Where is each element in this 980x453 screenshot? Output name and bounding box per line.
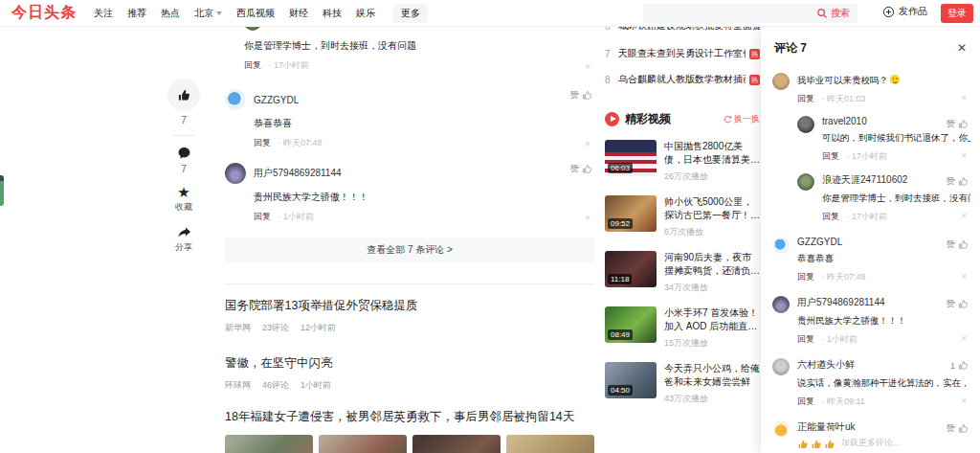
hot-title[interactable]: 天眼查未查到吴勇设计工作室信息 (618, 47, 746, 60)
dismiss-comment-icon[interactable]: × (961, 150, 967, 161)
comment-item[interactable]: 用户5794869281144 赞 贵州民族大学之骄傲！！！ 回复 · 1小时前… (225, 163, 594, 223)
nav-item-finance[interactable]: 财经 (289, 7, 308, 20)
reply-button[interactable]: 回复 (254, 138, 271, 147)
favorite-button[interactable]: ★ (163, 186, 205, 199)
article-photo[interactable] (319, 435, 407, 453)
article-photo[interactable] (506, 435, 594, 453)
nav-item-follow[interactable]: 关注 (94, 7, 113, 20)
like-comment-button[interactable]: 赞 (947, 298, 969, 310)
video-thumbnail[interactable]: 09:52 (605, 195, 657, 232)
comment-username[interactable]: 正能量荷叶uk (797, 420, 970, 434)
avatar[interactable] (772, 296, 790, 313)
nav-item-more[interactable]: 更多 (393, 4, 428, 23)
reply-button[interactable]: 回复 (244, 60, 261, 70)
nav-item-tech[interactable]: 科技 (323, 7, 342, 20)
article-title[interactable]: 国务院部署13项举措促外贸保稳提质 (225, 298, 594, 314)
video-item[interactable]: 04:50 今天弄只小公鸡，给俺爸和未来女婿尝尝鲜 43万次播放 (605, 362, 760, 405)
article-item[interactable]: 警徽，在坚守中闪亮 环球网 46评论 1小时前 (225, 355, 594, 392)
video-thumbnail[interactable]: 06:03 (605, 140, 657, 176)
refresh-videos-button[interactable]: 换一换 (723, 113, 760, 125)
nav-item-city[interactable]: 北京 (194, 7, 222, 20)
video-title[interactable]: 今天弄只小公鸡，给俺爸和未来女婿尝尝鲜 (664, 362, 760, 389)
like-comment-button[interactable]: 赞 (947, 175, 969, 188)
panel-comment-reply[interactable]: travel2010 赞 可以的，到时候我们书记退休了，你上 回复 · 17小时… (797, 116, 970, 163)
side-scroll-pill[interactable] (0, 175, 4, 206)
share-button[interactable] (163, 225, 205, 239)
reply-button[interactable]: 回复 (822, 151, 839, 161)
article-photo[interactable] (412, 435, 501, 453)
article-title[interactable]: 警徽，在坚守中闪亮 (225, 355, 594, 372)
video-title[interactable]: 河南90后夫妻，夜市摆摊卖鸭货，还清负债300万… (664, 251, 760, 278)
dismiss-comment-icon[interactable]: × (961, 333, 967, 344)
dismiss-comment-icon[interactable]: × (961, 211, 967, 221)
reply-button[interactable]: 回复 (822, 212, 839, 221)
comment-item[interactable]: GZZGYDL 赞 恭喜恭喜 回复 · 昨天07:48 × (225, 89, 594, 149)
comment-username[interactable]: GZZGYDL (254, 95, 299, 105)
hot-title[interactable]: 乌合麒麟就人教版数学教材插画… (618, 73, 746, 86)
close-panel-icon[interactable]: ✕ (957, 41, 967, 55)
comment-reply-clipped[interactable]: 你是管理学博士，到时去接班，没有问题 回复 · 17小时前 × (225, 39, 594, 72)
like-button[interactable] (167, 79, 200, 111)
search-label[interactable]: 搜索 (831, 7, 850, 20)
comment-username[interactable]: GZZGYDL (797, 237, 970, 247)
video-thumbnail[interactable]: 04:50 (605, 362, 657, 398)
dismiss-comment-icon[interactable]: × (961, 271, 967, 282)
publish-button[interactable]: 发作品 (882, 5, 927, 18)
article-item[interactable]: 国务院部署13项举措促外贸保稳提质 新华网 23评论 12小时前 (225, 298, 594, 334)
login-button[interactable]: 登录 (941, 4, 973, 23)
dismiss-comment-icon[interactable]: × (585, 61, 590, 72)
like-comment-button[interactable]: 赞 (947, 118, 969, 130)
panel-comment[interactable]: 我毕业可以来贵校吗？ 回复 · 昨天01:03 × (772, 75, 970, 105)
hot-list-item[interactable]: 8 乌合麒麟就人教版数学教材插画… 热 (605, 73, 760, 86)
video-title[interactable]: 小米手环7 首发体验！加入 AOD 后功能直逼… (664, 306, 760, 333)
video-item[interactable]: 08:49 小米手环7 首发体验！加入 AOD 后功能直逼… 15万次播放 (605, 306, 760, 350)
like-comment-button[interactable]: 赞 (947, 238, 969, 251)
reply-button[interactable]: 回复 (797, 334, 814, 344)
avatar[interactable] (225, 89, 246, 110)
nav-item-entertainment[interactable]: 娱乐 (356, 7, 375, 20)
nav-item-hot[interactable]: 热点 (161, 7, 180, 20)
nav-item-xigua-video[interactable]: 西瓜视频 (236, 7, 275, 20)
avatar[interactable] (772, 420, 790, 438)
dismiss-comment-icon[interactable]: × (585, 139, 590, 149)
dismiss-comment-icon[interactable]: × (961, 93, 967, 103)
search-input[interactable]: 搜索 (643, 4, 858, 23)
video-thumbnail[interactable]: 08:49 (605, 306, 657, 343)
hot-list-item[interactable]: 7 天眼查未查到吴勇设计工作室信息 热 (605, 47, 760, 60)
like-comment-button[interactable]: 赞 (947, 422, 969, 435)
like-comment-button[interactable]: 赞 (570, 163, 592, 175)
avatar[interactable] (772, 358, 790, 375)
comment-username[interactable]: 用户5794869281144 (797, 296, 970, 309)
site-logo[interactable]: 今日头条 (11, 3, 77, 23)
avatar[interactable] (797, 116, 814, 133)
like-comment-button[interactable]: 1 (950, 360, 969, 371)
video-title[interactable]: 帅小伙飞5000公里，探访古巴第一餐厅！一顿饭古… (664, 195, 760, 222)
panel-comment[interactable]: GZZGYDL 赞 恭喜恭喜 回复 · 昨天07:48 × (772, 237, 970, 283)
panel-comment-reply[interactable]: 浪迹天涯247110602 赞 你是管理学博士，到时去接班，没有问题 回复 · … (797, 173, 970, 223)
dismiss-comment-icon[interactable]: × (961, 396, 967, 406)
view-all-comments-button[interactable]: 查看全部 7 条评论 > (225, 238, 594, 262)
avatar[interactable] (772, 237, 790, 254)
video-item[interactable]: 11:18 河南90后夫妻，夜市摆摊卖鸭货，还清负债300万… 34万次播放 (605, 251, 760, 294)
panel-comment[interactable]: 用户5794869281144 赞 贵州民族大学之骄傲！！！ 回复 · 1小时前… (772, 296, 970, 346)
video-title[interactable]: 中国抛售2800亿美债，日本也要清算美债，罗杰… (664, 140, 760, 167)
article-photo[interactable] (225, 435, 313, 453)
reply-button[interactable]: 回复 (797, 94, 814, 103)
video-thumbnail[interactable]: 11:18 (605, 251, 657, 287)
comment-username[interactable]: 六村遒头小鲜 (797, 358, 970, 372)
avatar[interactable] (797, 173, 814, 191)
panel-comment[interactable]: 六村遒头小鲜 1 说实话，像黄瀚那种干进化算法的，实在，，， 回复 · 昨天09… (772, 358, 970, 408)
video-item[interactable]: 06:03 中国抛售2800亿美债，日本也要清算美债，罗杰… 26万次播放 (605, 140, 760, 183)
comment-button[interactable] (163, 146, 205, 160)
reply-button[interactable]: 回复 (797, 396, 814, 406)
comment-username[interactable]: 用户5794869281144 (254, 167, 342, 180)
nav-item-recommend[interactable]: 推荐 (127, 7, 146, 20)
article-item[interactable]: 18年福建女子遭侵害，被男邻居英勇救下，事后男邻居被拘留14天 (225, 409, 594, 453)
avatar[interactable] (772, 73, 790, 90)
avatar[interactable] (225, 163, 246, 184)
video-item[interactable]: 09:52 帅小伙飞5000公里，探访古巴第一餐厅！一顿饭古… 6万次播放 (605, 195, 760, 238)
reply-button[interactable]: 回复 (254, 212, 271, 221)
dismiss-comment-icon[interactable]: × (585, 213, 590, 223)
reply-button[interactable]: 回复 (797, 272, 814, 282)
like-comment-button[interactable]: 赞 (570, 89, 592, 102)
